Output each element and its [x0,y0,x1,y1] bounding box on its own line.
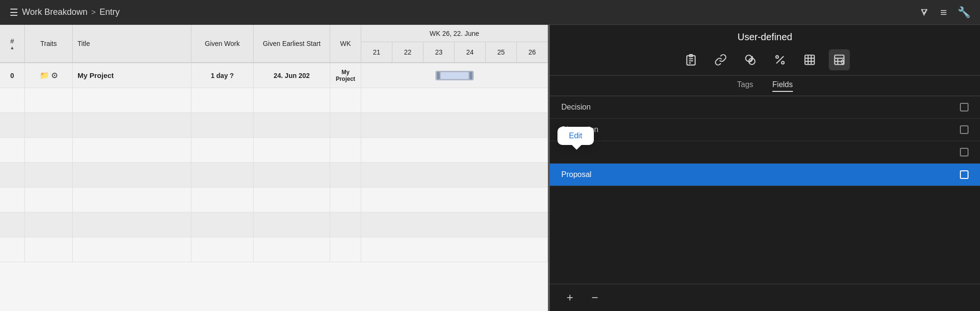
col-header-title[interactable]: Title [73,25,191,62]
cell-given-work [191,88,254,112]
list-item-checkbox[interactable] [960,125,969,134]
cell-given-work [191,188,254,212]
cell-gantt [361,88,548,112]
folder-icon: 📁 [40,71,49,80]
wk-num-22[interactable]: 22 [392,42,423,62]
cell-hash [0,188,25,212]
sort-arrow-icon: ▲ [10,45,15,50]
table-header: # ▲ Traits Title Given Work Given Earlie… [0,25,548,63]
breadcrumb-work-breakdown[interactable]: Work Breakdown [22,7,88,17]
table-area: # ▲ Traits Title Given Work Given Earlie… [0,25,548,311]
list-item-checkbox[interactable] [960,103,969,111]
right-panel-bottom: + − [550,284,980,311]
add-button[interactable]: + [561,289,579,306]
wk-week-numbers: 21 22 23 24 25 26 [361,42,547,62]
list-item-edit[interactable]: Edit Edit [550,141,980,164]
link-icon[interactable] [710,49,731,70]
cell-title [73,88,191,112]
wk-num-26[interactable]: 26 [517,42,547,62]
col-header-traits[interactable]: Traits [25,25,73,62]
gantt-inner-bar [441,72,468,79]
gantt-handle-right [469,72,472,79]
cell-wk [330,88,361,112]
breadcrumb: ☰ Work Breakdown > Entry [10,7,120,18]
svg-point-8 [776,56,778,58]
cell-title: My Project [73,63,191,88]
cell-wk [330,138,361,162]
table-row[interactable] [0,163,548,188]
cell-title [73,237,191,262]
cell-hash [0,237,25,262]
cell-given-work [191,237,254,262]
cell-hash [0,138,25,162]
svg-rect-10 [805,55,814,65]
cell-wk [330,163,361,187]
table-body: 0 📁 ⊙ My Project 1 day ? 24. Jun 202 My … [0,63,548,311]
cell-hash: 0 [0,63,25,88]
table-row[interactable] [0,212,548,237]
cell-title [73,212,191,237]
cell-traits: 📁 ⊙ [25,63,73,88]
col-header-given-work[interactable]: Given Work [191,25,254,62]
col-header-hash[interactable]: # ▲ [0,25,25,62]
cell-gantt [361,237,548,262]
col-header-given-start[interactable]: Given Earliest Start [254,25,330,62]
cell-wk [330,113,361,137]
wrench-icon[interactable]: 🔧 [958,6,970,19]
col-header-wk[interactable]: WK [330,25,361,62]
cell-wk [330,188,361,212]
top-bar-icons: ⛛ ≡ 🔧 [919,6,970,19]
clipboard-icon[interactable] [680,49,702,70]
list-item-checkbox[interactable] [960,148,969,156]
filter-icon[interactable]: ⛛ [919,6,930,19]
table-row[interactable] [0,138,548,163]
col-header-wk26-label: WK 26, 22. June [361,25,547,42]
breadcrumb-entry[interactable]: Entry [100,7,120,17]
coins-icon[interactable] [740,49,761,70]
list-item-decision[interactable]: Decision [550,96,980,119]
table-row[interactable] [0,113,548,138]
right-panel-tabs: Tags Fields [550,76,980,96]
nav-icon[interactable]: ☰ [10,7,18,18]
cell-hash [0,163,25,187]
cell-given-work [191,138,254,162]
gantt-handle-left [437,72,440,79]
cell-traits [25,113,73,137]
percent-icon[interactable] [769,49,791,70]
list-icon[interactable]: ≡ [940,6,947,19]
cell-gantt [361,163,548,187]
cell-given-start [254,188,330,212]
right-panel: User-defined [550,25,980,311]
wk-num-25[interactable]: 25 [486,42,517,62]
cell-gantt [361,188,548,212]
table-row[interactable] [0,188,548,212]
wk-num-23[interactable]: 23 [423,42,455,62]
table-row[interactable] [0,237,548,262]
gantt-bar-visual [435,71,474,80]
tab-fields[interactable]: Fields [772,80,793,92]
cell-given-start [254,138,330,162]
table-row[interactable]: 0 📁 ⊙ My Project 1 day ? 24. Jun 202 My … [0,63,548,88]
tab-tags[interactable]: Tags [737,80,753,92]
edit-icon[interactable] [829,49,850,70]
cell-gantt [361,113,548,137]
top-bar: ☰ Work Breakdown > Entry ⛛ ≡ 🔧 [0,0,980,25]
right-list: Decision Discussion Edit Edit Proposal [550,96,980,284]
list-item-proposal[interactable]: Proposal [550,164,980,186]
remove-button[interactable]: − [586,289,603,306]
right-panel-icons [550,46,980,76]
cell-given-work [191,212,254,237]
columns-icon[interactable] [799,49,820,70]
cell-gantt[interactable] [361,63,548,88]
wk-num-24[interactable]: 24 [455,42,486,62]
cell-hash [0,212,25,237]
wk-num-21[interactable]: 21 [361,42,392,62]
list-item-discussion[interactable]: Discussion [550,119,980,141]
cell-traits [25,163,73,187]
cell-traits [25,188,73,212]
cell-gantt [361,212,548,237]
col-header-wk26-section: WK 26, 22. June 21 22 23 24 25 26 [361,25,548,62]
list-item-checkbox[interactable] [960,170,969,179]
table-row[interactable] [0,88,548,113]
gantt-bar[interactable] [435,70,474,81]
